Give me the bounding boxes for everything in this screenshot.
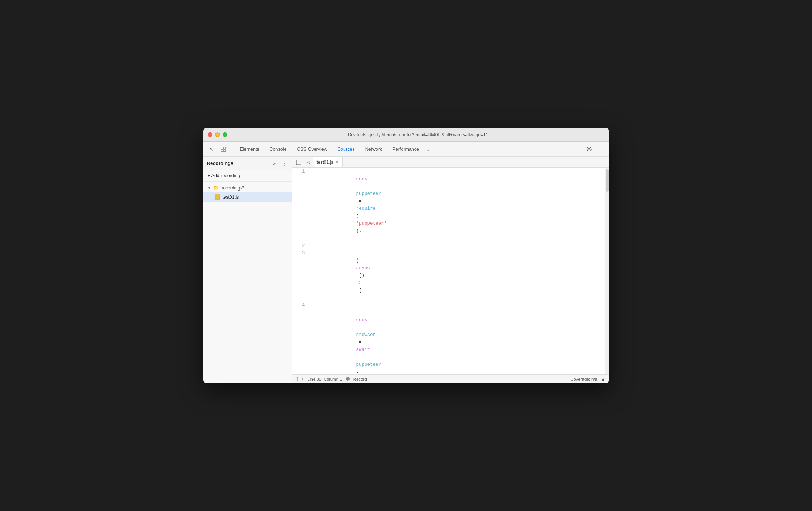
coverage-label: Coverage: n/a (571, 377, 597, 381)
tab-console[interactable]: Console (264, 143, 292, 156)
scrollbar-thumb[interactable] (606, 169, 609, 192)
maximize-button[interactable] (223, 132, 227, 137)
sidebar: Recordings » ⋮ + Add recording ▼ 📁 recor… (203, 157, 292, 383)
line-code: const browser = await puppeteer . launch… (309, 302, 609, 374)
svg-rect-1 (224, 147, 225, 149)
record-label[interactable]: Record (353, 377, 367, 381)
toggle-sidebar-icon[interactable] (294, 157, 303, 167)
sidebar-expand-button[interactable]: » (270, 159, 279, 167)
keyword: const (356, 318, 370, 323)
devtools-window: DevTools - jec.fyi/demo/recorder?email=t… (203, 128, 609, 383)
editor-tab-close-icon[interactable]: ✕ (335, 160, 339, 165)
svg-rect-3 (224, 150, 225, 152)
identifier: browser (356, 332, 376, 338)
file-name: test01.js (223, 195, 239, 200)
svg-rect-2 (221, 150, 223, 152)
table-row: 2 (292, 242, 609, 250)
sidebar-header-buttons: » ⋮ (270, 159, 288, 167)
add-recording-button[interactable]: + Add recording (203, 170, 292, 182)
minimize-button[interactable] (215, 132, 220, 137)
table-row: 4 const browser = await puppeteer (292, 302, 609, 374)
table-row: 1 const puppeteer = require ( 'puppeteer… (292, 168, 609, 242)
sidebar-header: Recordings » ⋮ (203, 157, 292, 170)
arrow: => (356, 280, 362, 286)
format-icon[interactable]: { } (296, 377, 304, 382)
folder-icon: 📁 (213, 185, 219, 191)
record-dot (346, 377, 350, 381)
editor-tab-filename: test01.js (317, 160, 334, 165)
file-icon (215, 194, 220, 200)
tab-css-overview[interactable]: CSS Overview (292, 143, 332, 156)
function-call: require (356, 206, 376, 211)
recording-folder[interactable]: ▼ 📁 recording:// (203, 183, 292, 192)
nav-back-icon[interactable]: ◁ (303, 157, 313, 167)
svg-rect-5 (296, 160, 301, 165)
map-icon[interactable]: ▲ (601, 377, 605, 381)
toolbar-right: ⋮ (584, 144, 606, 154)
code-editor: ◁ test01.js ✕ 1 const (292, 157, 609, 383)
identifier: puppeteer (356, 362, 381, 367)
line-number: 2 (292, 242, 309, 250)
svg-point-4 (588, 148, 590, 150)
identifier: puppeteer (356, 191, 381, 196)
scrollbar[interactable] (605, 168, 609, 374)
keyword: const (356, 176, 370, 182)
svg-rect-0 (221, 147, 223, 149)
line-code: ( async () => { (309, 250, 609, 302)
string: 'puppeteer' (356, 221, 387, 226)
folder-name: recording:// (221, 185, 244, 191)
tab-performance[interactable]: Performance (387, 143, 424, 156)
main-tabs: Elements Console CSS Overview Sources Ne… (235, 142, 584, 156)
editor-tabs: ◁ test01.js ✕ (292, 157, 609, 168)
record-dot-circle (346, 377, 350, 381)
menu-icon[interactable]: ⋮ (596, 144, 606, 154)
file-tree: ▼ 📁 recording:// test01.js (203, 182, 292, 383)
table-row: 3 ( async () => { (292, 250, 609, 302)
more-tabs-button[interactable]: » (424, 143, 433, 156)
keyword: await (356, 347, 370, 352)
title-bar: DevTools - jec.fyi/demo/recorder?email=t… (203, 128, 609, 142)
toolbar-icon-group: ↖ (206, 144, 233, 154)
keyword: async (356, 266, 370, 271)
main-content: Recordings » ⋮ + Add recording ▼ 📁 recor… (203, 157, 609, 383)
code-table: 1 const puppeteer = require ( 'puppeteer… (292, 168, 609, 374)
chevron-down-icon: ▼ (208, 186, 211, 190)
list-item[interactable]: test01.js (203, 192, 292, 202)
editor-tab-test01[interactable]: test01.js ✕ (313, 157, 343, 167)
sidebar-menu-button[interactable]: ⋮ (280, 159, 288, 167)
tab-network[interactable]: Network (360, 143, 387, 156)
tab-sources[interactable]: Sources (332, 143, 360, 156)
layers-icon[interactable] (218, 144, 228, 154)
code-area[interactable]: 1 const puppeteer = require ( 'puppeteer… (292, 168, 609, 374)
cursor-icon[interactable]: ↖ (206, 144, 217, 154)
traffic-lights (208, 132, 227, 137)
line-number: 4 (292, 302, 309, 374)
window-title: DevTools - jec.fyi/demo/recorder?email=t… (232, 132, 605, 137)
line-number: 3 (292, 250, 309, 302)
line-code (309, 242, 609, 250)
toolbar: ↖ Elements Console CSS Overview Sources … (203, 142, 609, 157)
line-code: const puppeteer = require ( 'puppeteer' … (309, 168, 609, 242)
settings-icon[interactable] (584, 144, 594, 154)
close-button[interactable] (208, 132, 212, 137)
sidebar-title: Recordings (207, 160, 270, 166)
tab-elements[interactable]: Elements (235, 143, 264, 156)
line-number: 1 (292, 168, 309, 242)
status-bar-right: Coverage: n/a ▲ (571, 377, 605, 381)
cursor-position: Line 35, Column 1 (307, 377, 342, 381)
status-bar: { } Line 35, Column 1 Record Coverage: n… (292, 374, 609, 383)
